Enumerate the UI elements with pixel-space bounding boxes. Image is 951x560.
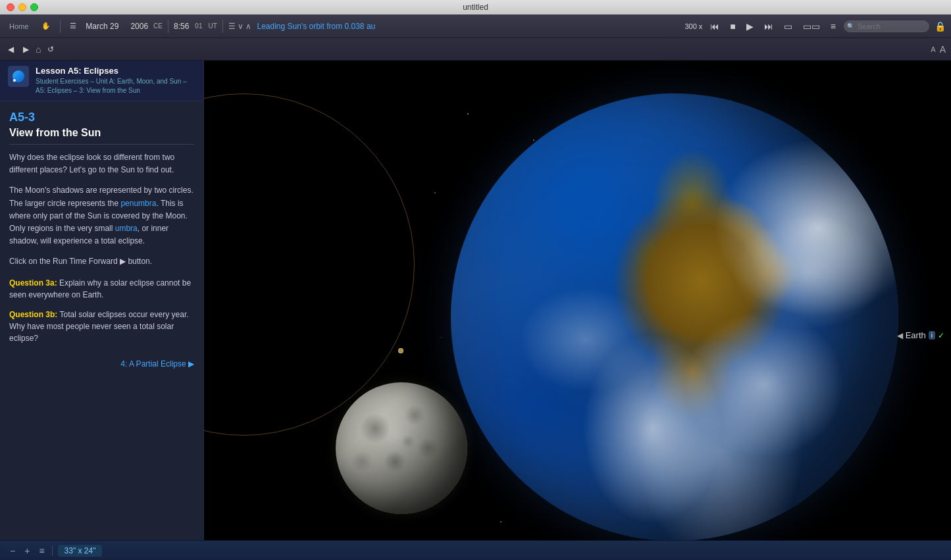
stop-button[interactable]: ■ [727, 20, 738, 33]
minimize-button[interactable] [18, 3, 26, 11]
body-para-1: Why does the eclipse look so different f… [9, 151, 194, 176]
view-size-display: 33" x 24" [58, 545, 103, 557]
home-button[interactable]: Home [5, 21, 32, 32]
font-small-button[interactable]: A [931, 45, 935, 53]
view-toggle-2[interactable]: ▭▭ [800, 20, 823, 33]
star [441, 337, 442, 338]
earth-label-text: Earth [906, 330, 926, 340]
earth-sphere [451, 93, 898, 540]
body-para-2: The Moon's shadows are represented by tw… [9, 184, 194, 247]
maximize-button[interactable] [30, 3, 38, 11]
time-seconds: 01 [195, 22, 202, 30]
forward-button[interactable]: ▶ [20, 43, 32, 55]
toolbar-divider-2 [168, 20, 168, 33]
lesson-icon-graphic [13, 70, 24, 82]
bottom-bar: − + ≡ 33" x 24" [0, 540, 951, 560]
title-bar: untitled [0, 0, 951, 14]
earth-label-container: ◀ Earth i ✓ [897, 330, 944, 340]
toolbar-divider-1 [60, 20, 61, 33]
desc-value: 0.038 au [345, 22, 376, 31]
sidebar: Lesson A5: Eclipses Student Exercises – … [0, 61, 204, 540]
toolbar-ce: CE [153, 22, 163, 30]
secondary-toolbar: ◀ ▶ ⌂ ↺ A A [0, 38, 951, 61]
skip-end-button[interactable]: ⏭ [761, 20, 776, 33]
question-3a: Question 3a: Explain why a solar eclipse… [9, 276, 194, 300]
search-wrapper [844, 20, 929, 32]
visualization-area[interactable]: ◀ Earth i ✓ [204, 61, 951, 540]
refresh-button[interactable]: ↺ [45, 43, 57, 55]
main-content: Lesson A5: Eclipses Student Exercises – … [0, 61, 951, 540]
toolbar-divider-3 [222, 20, 223, 33]
home-icon[interactable]: ⌂ [36, 44, 41, 55]
toolbar-time: 8:56 [174, 22, 189, 31]
toolbar-right: 300 x ⏮ ■ ▶ ⏭ ▭ ▭▭ ≡ 🔒 [684, 20, 946, 33]
toolbar-date: March 29 [86, 22, 118, 31]
earth-arrow-icon: ◀ [897, 331, 903, 340]
lesson-icon-dot [13, 78, 16, 82]
skip-start-button[interactable]: ⏮ [707, 20, 722, 33]
direction-icon: ☰ ∨ ∧ [228, 22, 252, 31]
earth-check-icon: ✓ [938, 331, 944, 340]
lesson-header: Lesson A5: Eclipses Student Exercises – … [0, 61, 203, 101]
window-title: untitled [463, 3, 488, 12]
umbra-link[interactable]: umbra [115, 224, 138, 233]
question-3b: Question 3b: Total solar eclipses occur … [9, 308, 194, 344]
bottom-bar-divider [52, 546, 53, 556]
section-id: A5-3 [9, 111, 194, 124]
lesson-title: Lesson A5: Eclipses [36, 66, 195, 76]
back-button[interactable]: ◀ [5, 43, 16, 55]
q3a-label: Question 3a: [9, 278, 57, 288]
settings-icon[interactable]: ≡ [828, 20, 838, 33]
earth-container [451, 93, 898, 540]
section-title: View from the Sun [9, 127, 194, 145]
eclipse-point [398, 348, 403, 353]
moon-sphere [336, 382, 467, 514]
toolbar-ut: UT [208, 22, 217, 30]
traffic-lights [7, 3, 38, 11]
lesson-title-area: Lesson A5: Eclipses Student Exercises – … [36, 66, 195, 95]
toolbar-desc: Leading Sun's orbit from 0.038 au [257, 22, 375, 31]
zoom-in-button[interactable]: + [22, 546, 32, 556]
zoom-out-button[interactable]: − [8, 546, 17, 556]
sidebar-content: A5-3 View from the Sun Why does the ecli… [0, 101, 203, 540]
hand-tool-icon[interactable]: ✋ [38, 20, 55, 32]
earth-info-button[interactable]: i [929, 331, 935, 340]
menu-button[interactable]: ≡ [37, 546, 46, 556]
search-input[interactable] [844, 20, 929, 32]
q3b-label: Question 3b: [9, 310, 57, 319]
toolbar-year: 2006 [130, 22, 148, 31]
next-section-button[interactable]: 4: A Partial Eclipse ▶ [9, 357, 194, 371]
font-large-button[interactable]: A [940, 44, 946, 55]
lesson-breadcrumb: Student Exercises – Unit A: Earth, Moon,… [36, 77, 195, 95]
penumbra-link[interactable]: penumbra [120, 199, 156, 208]
view-toggle-1[interactable]: ▭ [781, 20, 795, 33]
main-toolbar: Home ✋ ☰ March 29 2006 CE 8:56 01 UT ☰ ∨… [0, 14, 951, 38]
lock-icon[interactable]: 🔒 [935, 21, 946, 32]
play-button[interactable]: ▶ [744, 20, 756, 33]
desc-prefix: Leading Sun's orbit from [257, 22, 344, 31]
toolbar-scale: 300 x [684, 22, 702, 30]
body-para-3: Click on the Run Time Forward ▶ button. [9, 255, 194, 268]
menu-icon[interactable]: ☰ [66, 20, 80, 32]
lesson-icon [8, 66, 29, 87]
close-button[interactable] [7, 3, 14, 11]
star [434, 192, 436, 193]
moon-container [336, 382, 467, 514]
